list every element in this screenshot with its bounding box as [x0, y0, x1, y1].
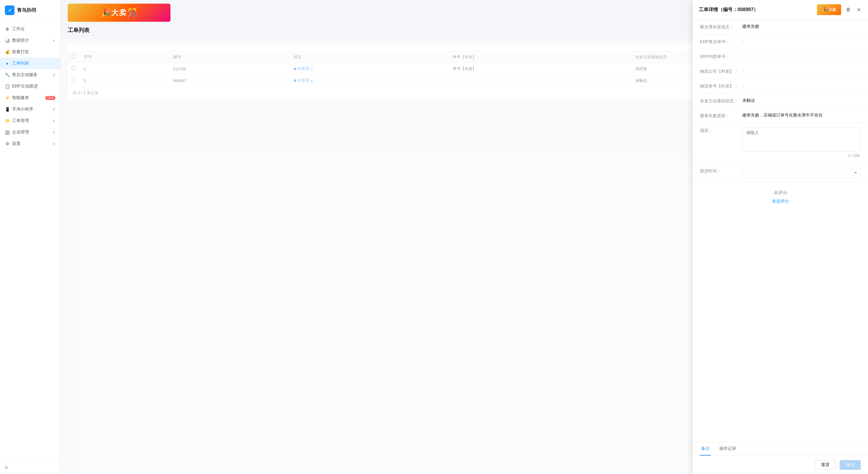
rating-section: 未评分 发送评分	[693, 183, 868, 211]
sidebar-item-ticket-list[interactable]: ● 工单列表	[0, 58, 60, 69]
info-row: 聚水潭补发状态： 建单失败	[693, 20, 868, 34]
cell-order: 单号【补发】	[449, 63, 632, 75]
badge-smart-create: NEW	[45, 96, 55, 100]
detail-panel: 工单详情（编号：008997） 🎉 大卖 🗑 ✕ 聚水潭补发状态： 建单失败 E…	[693, 0, 868, 474]
info-value: -	[742, 54, 861, 58]
sidebar-item-workbench[interactable]: 🖥 工作台	[0, 23, 60, 35]
status-badge[interactable]: 待受理 ∨	[294, 66, 313, 72]
col-order: 单号【补发】	[449, 51, 632, 63]
panel-banner: 🎉 大卖	[817, 4, 841, 15]
row-checkbox-1[interactable]	[72, 78, 75, 82]
sidebar-item-data-stats[interactable]: 📊 数据统计 ∨	[0, 35, 60, 46]
info-row: 补发主动通知状态： 未触达	[693, 94, 868, 108]
row-checkbox-cell	[68, 63, 80, 75]
sidebar: ✓ 青鸟协同 🖥 工作台 📊 数据统计 ∨ 💰 批量打款 ● 工单列表 🔧 售后…	[0, 0, 60, 474]
info-value: 建单失败，店铺或订单号在聚水潭中不存在	[742, 113, 861, 118]
nav-icon-data-stats: 📊	[5, 38, 10, 43]
cell-status: 待受理 ∨	[290, 63, 450, 75]
nav-icon-ticket-list: ●	[5, 61, 10, 66]
sidebar-item-after-sale[interactable]: 🔧 售后主动服务 ∨	[0, 69, 60, 80]
describe-label: 描述：	[700, 127, 742, 133]
sidebar-item-smart-create[interactable]: ⚡ 智能建单 NEW	[0, 92, 60, 104]
info-row: 建单失败原因： 建单失败，店铺或订单号在聚水潭中不存在	[693, 108, 868, 123]
nav-icon-mini-program: 📱	[5, 107, 10, 112]
svg-text:✓: ✓	[8, 8, 12, 13]
select-all-checkbox[interactable]	[72, 55, 75, 59]
panel-header: 工单详情（编号：008997） 🎉 大卖 🗑 ✕	[693, 0, 868, 20]
describe-input-wrapper: 0 / 500	[742, 127, 861, 159]
char-count: 0 / 500	[742, 154, 861, 159]
time-row: 跟进时间：	[693, 164, 868, 183]
nav-label-after-sale: 售后主动服务	[12, 72, 53, 77]
info-label: 物流公司【补发】：	[700, 68, 742, 74]
nav-icon-workbench: 🖥	[5, 27, 10, 31]
nav-label-ticket-manage: 工单管理	[12, 118, 53, 124]
nav-label-ticket-list: 工单列表	[12, 61, 55, 66]
delete-button[interactable]: 🗑	[845, 6, 852, 13]
nav-icon-settings: ⚙	[5, 141, 10, 146]
info-rows: 聚水潭补发状态： 建单失败 ERP售后单号： - ERP内部单号： - 物流公司…	[693, 20, 868, 123]
info-label: 聚水潭补发状态：	[700, 24, 742, 30]
col-status: 状态	[290, 51, 450, 63]
rating-text: 未评分	[700, 190, 861, 196]
collapse-button[interactable]: ≡	[0, 461, 60, 474]
tab-remarks[interactable]: 备注	[700, 442, 711, 455]
expand-arrow-company-manage: ∨	[53, 130, 55, 134]
info-value: 未触达	[742, 98, 861, 103]
time-select[interactable]	[742, 168, 861, 178]
panel-body: 聚水潭补发状态： 建单失败 ERP售后单号： - ERP内部单号： - 物流公司…	[693, 20, 868, 442]
expand-arrow-mini-program: ∨	[53, 107, 55, 111]
reset-button[interactable]: 重置	[815, 460, 836, 470]
info-label: 建单失败原因：	[700, 113, 742, 118]
nav-label-company-manage: 企业管理	[12, 130, 53, 135]
sidebar-item-mini-program[interactable]: 📱 手淘小程序 ∨	[0, 104, 60, 115]
sidebar-item-batch-payment[interactable]: 💰 批量打款	[0, 46, 60, 58]
row-checkbox-cell	[68, 75, 80, 87]
nav-menu: 🖥 工作台 📊 数据统计 ∨ 💰 批量打款 ● 工单列表 🔧 售后主动服务 ∨ …	[0, 21, 60, 461]
nav-label-mini-program: 手淘小程序	[12, 107, 53, 112]
expand-arrow-ticket-manage: ∨	[53, 118, 55, 123]
nav-label-data-stats: 数据统计	[12, 38, 53, 43]
nav-icon-erp-track: 📋	[5, 84, 10, 89]
logo-area[interactable]: ✓ 青鸟协同	[0, 0, 60, 21]
row-checkbox-0[interactable]	[72, 66, 75, 70]
info-row: ERP售后单号： -	[693, 34, 868, 49]
sidebar-item-company-manage[interactable]: 🏢 企业管理 ∨	[0, 127, 60, 138]
col-seq: 序号	[80, 51, 169, 63]
sidebar-item-ticket-manage[interactable]: 📁 工单管理 ∨	[0, 115, 60, 127]
expand-arrow-settings: ∨	[53, 142, 55, 146]
status-arrow[interactable]: ∨	[310, 67, 313, 71]
cell-seq: 1	[80, 63, 169, 75]
sidebar-item-settings[interactable]: ⚙ 设置 ∨	[0, 138, 60, 149]
cell-seq: 2	[80, 75, 169, 87]
panel-footer: 重置 保存	[693, 455, 868, 474]
tab-operation-log[interactable]: 操作记录	[718, 442, 738, 455]
status-badge[interactable]: 待受理 ∨	[294, 78, 313, 83]
panel-tabs: 备注操作记录	[693, 442, 868, 455]
info-row: 物流单号【补发】： -	[693, 79, 868, 94]
info-row: 物流公司【补发】： -	[693, 64, 868, 79]
nav-label-workbench: 工作台	[12, 26, 55, 32]
status-dot	[294, 68, 296, 70]
info-label: ERP内部单号：	[700, 54, 742, 60]
info-label: ERP售后单号：	[700, 39, 742, 45]
nav-label-smart-create: 智能建单	[12, 95, 44, 101]
panel-title: 工单详情（编号：008997）	[699, 7, 817, 13]
sidebar-item-erp-track[interactable]: 📋 ERP主动跟进	[0, 80, 60, 92]
status-arrow[interactable]: ∨	[310, 78, 313, 83]
save-button[interactable]: 保存	[840, 460, 861, 470]
info-value: -	[742, 68, 861, 73]
nav-label-settings: 设置	[12, 141, 53, 146]
nav-icon-after-sale: 🔧	[5, 72, 10, 77]
cell-status: 待受理 ∨	[290, 75, 450, 87]
send-rating-link[interactable]: 发送评分	[700, 199, 861, 204]
nav-icon-ticket-manage: 📁	[5, 118, 10, 123]
close-button[interactable]: ✕	[856, 6, 862, 14]
info-row: ERP内部单号： -	[693, 49, 868, 64]
col-code: 编号	[169, 51, 290, 63]
select-all-header	[68, 51, 80, 63]
describe-textarea[interactable]	[742, 127, 861, 151]
nav-icon-company-manage: 🏢	[5, 130, 10, 135]
nav-icon-smart-create: ⚡	[5, 95, 10, 100]
status-dot	[294, 79, 296, 82]
